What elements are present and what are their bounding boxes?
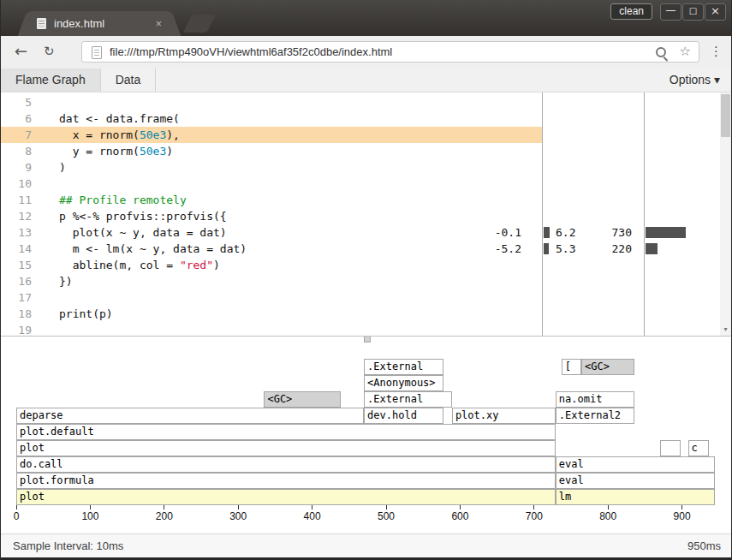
flame-block-do.call[interactable]: do.call xyxy=(16,456,556,473)
minimize-button[interactable]: — xyxy=(660,3,681,21)
line-number: 5 xyxy=(1,94,32,110)
flame-block-plot.default[interactable]: plot.default xyxy=(16,424,556,440)
flame-block-na.omit[interactable]: na.omit xyxy=(556,391,634,408)
scroll-down-icon[interactable]: ▾ xyxy=(720,325,731,335)
flame-block-plot[interactable]: plot xyxy=(16,440,556,456)
scrollbar[interactable]: ▾ xyxy=(720,92,731,336)
back-icon[interactable]: ← xyxy=(15,42,27,60)
line-number: 18 xyxy=(1,306,32,322)
axis-tick xyxy=(460,505,461,509)
code-line-9[interactable]: 9) xyxy=(1,159,731,176)
tab-title: index.html xyxy=(54,17,104,30)
options-label: Options xyxy=(670,73,711,86)
code-line-14[interactable]: 14 m <- lm(x ~ y, data = dat)-5.25.3220 xyxy=(1,241,731,257)
flame-block-eval[interactable]: eval xyxy=(556,456,716,473)
flame-block-.External[interactable]: .External xyxy=(364,359,443,375)
scrollbar-thumb[interactable] xyxy=(721,94,730,137)
code-text: dat <- data.frame( xyxy=(59,110,180,127)
memory-dealloc-value: -0.1 xyxy=(473,224,521,241)
flame-block-plot.xy[interactable]: plot.xy xyxy=(452,408,556,424)
axis-tick-label: 500 xyxy=(369,510,403,522)
memory-alloc-value: 6.2 xyxy=(556,224,575,241)
flame-block-.External[interactable]: .External xyxy=(364,391,452,408)
code-line-19[interactable]: 19 xyxy=(1,322,731,336)
reload-icon[interactable]: ↻ xyxy=(44,44,55,59)
line-number: 6 xyxy=(1,110,32,127)
code-text: }) xyxy=(59,273,73,289)
code-line-11[interactable]: 11## Profile remotely xyxy=(1,192,731,208)
memory-bar xyxy=(544,243,549,254)
memory-dealloc-value: -5.2 xyxy=(473,241,521,257)
flame-block-dev.hold[interactable]: dev.hold xyxy=(364,408,443,424)
status-bar: Sample Interval: 10ms 950ms xyxy=(1,533,731,557)
code-line-8[interactable]: 8 y = rnorm(50e3) xyxy=(1,143,731,159)
flame-block[interactable] xyxy=(660,440,681,456)
tab-data[interactable]: Data xyxy=(101,69,157,92)
flame-block-<Anonymous>[interactable]: <Anonymous> xyxy=(364,375,443,391)
clean-badge: clean xyxy=(610,3,652,20)
flame-block[interactable] xyxy=(364,337,371,343)
tab-close-icon[interactable]: × xyxy=(155,17,162,30)
time-axis: 0100200300400500600700800900 xyxy=(1,505,731,527)
flame-block-<GC>[interactable]: <GC> xyxy=(581,359,634,375)
memory-alloc-value: 5.3 xyxy=(556,241,575,257)
zoom-icon[interactable] xyxy=(656,47,666,57)
sample-interval-label: Sample Interval: 10ms xyxy=(13,539,123,552)
flame-graph: plotlmplot.formulaevaldo.callevalplotcpl… xyxy=(1,337,731,505)
new-tab-button[interactable] xyxy=(183,15,217,33)
menu-icon[interactable]: ⋮ xyxy=(710,44,723,59)
flame-block-<GC>[interactable]: <GC> xyxy=(264,391,341,408)
code-line-13[interactable]: 13 plot(x ~ y, data = dat)-0.16.2730 xyxy=(1,224,731,241)
code-lines: 56dat <- data.frame(7 x = rnorm(50e3),8 … xyxy=(1,94,731,336)
time-bar xyxy=(646,243,658,254)
caret-down-icon: ▾ xyxy=(714,73,720,86)
options-button[interactable]: Options ▾ xyxy=(670,69,731,92)
axis-tick-label: 400 xyxy=(295,510,330,522)
code-line-6[interactable]: 6dat <- data.frame( xyxy=(1,110,731,127)
code-line-15[interactable]: 15 abline(m, col = "red") xyxy=(1,257,731,273)
code-line-5[interactable]: 5 xyxy=(1,94,731,110)
axis-tick xyxy=(164,505,164,509)
address-bar[interactable]: file:///tmp/Rtmp490oVH/viewhtml6af35f2c0… xyxy=(81,41,699,63)
code-line-18[interactable]: 18print(p) xyxy=(1,306,731,322)
code-line-10[interactable]: 10 xyxy=(1,176,731,192)
axis-tick-label: 800 xyxy=(591,510,625,522)
axis-tick-label: 200 xyxy=(147,510,182,522)
code-text: p %<-% profvis::profvis({ xyxy=(59,208,227,224)
line-number: 11 xyxy=(1,192,32,208)
flame-block-plot[interactable]: plot xyxy=(16,489,556,505)
flame-block-lm[interactable]: lm xyxy=(556,489,716,505)
flame-block-deparse[interactable]: deparse xyxy=(16,408,364,424)
tab-flame-graph[interactable]: Flame Graph xyxy=(1,69,101,92)
axis-tick-label: 900 xyxy=(665,510,699,522)
profvis-tabbar: Flame Graph Data Options ▾ xyxy=(1,69,731,92)
browser-toolbar: ← ↻ file:///tmp/Rtmp490oVH/viewhtml6af35… xyxy=(1,36,731,69)
code-line-17[interactable]: 17 xyxy=(1,289,731,306)
code-text: ) xyxy=(59,159,66,176)
code-line-12[interactable]: 12p %<-% profvis::profvis({ xyxy=(1,208,731,224)
flame-block-plot.formula[interactable]: plot.formula xyxy=(16,473,556,489)
flame-block-.External2[interactable]: .External2 xyxy=(556,408,634,424)
page-icon xyxy=(92,46,102,59)
maximize-button[interactable]: □ xyxy=(682,3,704,21)
code-line-16[interactable]: 16}) xyxy=(1,273,731,289)
axis-tick-label: 0 xyxy=(0,510,33,522)
code-line-7[interactable]: 7 x = rnorm(50e3), xyxy=(1,127,731,143)
browser-window: index.html × clean — □ × ← ↻ file:///tmp… xyxy=(0,0,732,560)
line-number: 9 xyxy=(1,159,32,176)
line-number: 12 xyxy=(1,208,32,224)
browser-tab[interactable]: index.html × xyxy=(30,11,169,36)
axis-tick xyxy=(386,505,387,509)
page-favicon-icon xyxy=(37,18,46,29)
bookmark-star-icon[interactable]: ☆ xyxy=(680,44,691,59)
total-time-label: 950ms xyxy=(687,534,721,557)
line-number: 15 xyxy=(1,257,32,273)
axis-tick-label: 600 xyxy=(443,510,477,522)
flame-block-[[interactable]: [ xyxy=(562,359,581,375)
flame-block-c[interactable]: c xyxy=(688,440,709,456)
line-number: 13 xyxy=(1,224,32,241)
code-panel: 56dat <- data.frame(7 x = rnorm(50e3),8 … xyxy=(1,92,731,336)
flame-block-eval[interactable]: eval xyxy=(556,473,716,489)
axis-tick xyxy=(608,505,609,509)
window-close-button[interactable]: × xyxy=(705,3,726,21)
